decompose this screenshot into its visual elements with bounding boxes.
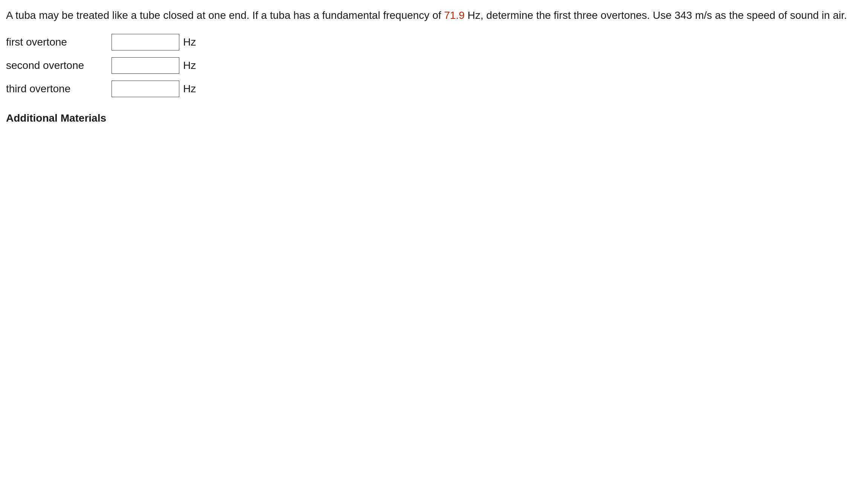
overtone-rows: first overtone Hz second overtone Hz thi…	[6, 34, 862, 97]
third-overtone-input[interactable]	[112, 81, 179, 97]
second-overtone-input[interactable]	[112, 57, 179, 74]
second-overtone-unit: Hz	[183, 59, 196, 72]
second-overtone-label: second overtone	[6, 59, 112, 72]
third-overtone-row: third overtone Hz	[6, 81, 862, 97]
additional-materials-link[interactable]: Additional Materials	[6, 112, 862, 124]
first-overtone-unit: Hz	[183, 36, 196, 48]
question-text-part2-content: Hz, determine the first three overtones.…	[468, 9, 847, 21]
first-overtone-label: first overtone	[6, 36, 112, 48]
second-overtone-row: second overtone Hz	[6, 57, 862, 74]
first-overtone-row: first overtone Hz	[6, 34, 862, 50]
first-overtone-input[interactable]	[112, 34, 179, 50]
question-text-part1: A tuba may be treated like a tube closed…	[6, 9, 441, 21]
question-text: A tuba may be treated like a tube closed…	[6, 8, 862, 23]
third-overtone-unit: Hz	[183, 83, 196, 95]
frequency-highlight: 71.9	[444, 9, 465, 21]
third-overtone-label: third overtone	[6, 83, 112, 95]
